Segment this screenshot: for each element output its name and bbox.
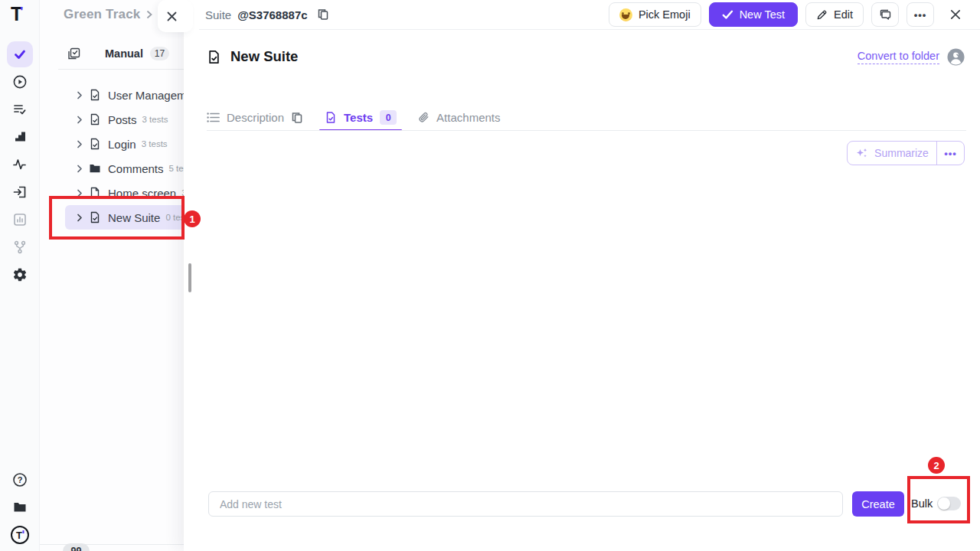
rail-branches-button[interactable] xyxy=(7,234,33,260)
close-panel-button[interactable] xyxy=(945,4,966,25)
pick-emoji-label: Pick Emoji xyxy=(639,8,691,21)
chevron-right-icon[interactable] xyxy=(76,140,83,148)
suite-detail-panel: Suite @S3768887c Pick Emoji New Test Edi… xyxy=(184,0,980,551)
suite-name: Login xyxy=(108,138,136,151)
tests-doc-icon xyxy=(325,111,337,124)
tab-attachments-label: Attachments xyxy=(436,111,500,124)
tab-attachments[interactable]: Attachments xyxy=(418,111,500,124)
bulk-toggle[interactable] xyxy=(937,497,961,510)
title-row: New Suite Convert to folder xyxy=(207,44,965,69)
comments-button[interactable] xyxy=(871,2,899,27)
folder-icon xyxy=(12,500,28,515)
tab-manual[interactable]: Manual xyxy=(105,47,143,60)
check-icon xyxy=(722,10,733,20)
list-check-icon xyxy=(12,102,28,117)
gear-icon xyxy=(12,267,28,282)
create-button[interactable]: Create xyxy=(852,491,904,517)
summarize-button[interactable]: Summarize xyxy=(848,142,936,165)
close-icon xyxy=(949,8,962,21)
comments-icon xyxy=(879,8,892,21)
tabs-divider xyxy=(207,130,966,131)
chevron-right-icon[interactable] xyxy=(76,116,83,124)
suite-name: Posts xyxy=(108,113,137,126)
sparkles-icon xyxy=(855,147,868,159)
close-panel-tab[interactable] xyxy=(158,0,193,32)
folder-icon xyxy=(89,162,101,174)
tab-tests[interactable]: Tests 0 xyxy=(325,110,397,125)
suite-doc-icon xyxy=(89,211,101,223)
rail-runs-button[interactable] xyxy=(7,69,33,95)
chevron-right-icon[interactable] xyxy=(76,165,83,173)
rail-tests-button[interactable] xyxy=(7,41,33,67)
edit-button[interactable]: Edit xyxy=(805,2,864,27)
rail-plans-button[interactable] xyxy=(7,96,33,122)
rail-help-button[interactable]: ? xyxy=(7,467,33,493)
convert-to-folder-link[interactable]: Convert to folder xyxy=(858,50,939,64)
rail-steps-button[interactable] xyxy=(7,124,33,150)
edit-label: Edit xyxy=(834,8,853,21)
tab-description-label: Description xyxy=(227,111,284,124)
pencil-icon xyxy=(816,9,828,21)
svg-text:?: ? xyxy=(18,475,23,484)
ellipsis-icon: ••• xyxy=(944,148,957,159)
chevron-right-icon[interactable] xyxy=(76,189,83,197)
rail-profile-button[interactable]: T xyxy=(7,522,33,548)
import-icon xyxy=(12,184,28,200)
breadcrumb[interactable]: Green Track xyxy=(64,5,153,24)
sidebar-bottom-divider xyxy=(40,544,184,545)
bar-chart-icon xyxy=(12,212,28,227)
summarize-more-button[interactable]: ••• xyxy=(936,142,964,165)
summarize-button-group: Summarize ••• xyxy=(847,141,965,165)
manual-count-badge: 17 xyxy=(150,47,169,60)
select-all-icon[interactable] xyxy=(67,47,80,60)
suite-id: @S3768887c xyxy=(237,8,307,21)
suite-doc-icon xyxy=(89,89,101,101)
more-button[interactable]: ••• xyxy=(906,2,934,27)
new-test-label: New Test xyxy=(740,8,785,21)
tab-tests-label: Tests xyxy=(344,111,373,124)
suite-doc-icon xyxy=(89,138,101,150)
add-test-input[interactable] xyxy=(208,491,843,517)
assignee-avatar[interactable] xyxy=(947,48,965,66)
toggle-knob xyxy=(938,497,950,510)
sidebar-bottom-badge: 99 xyxy=(63,543,90,551)
paperclip-icon xyxy=(418,111,430,124)
logo-circle-icon: T xyxy=(10,525,30,545)
description-list-icon xyxy=(207,112,220,123)
rail-analytics-button[interactable] xyxy=(7,207,33,233)
tab-description[interactable]: Description xyxy=(207,111,303,124)
suite-name: Comments xyxy=(108,162,164,175)
rail-pulse-button[interactable] xyxy=(7,152,33,178)
doc-icon xyxy=(89,187,101,199)
app-logo[interactable]: T' xyxy=(11,3,22,25)
page-title: New Suite xyxy=(230,48,298,65)
copy-id-icon[interactable] xyxy=(317,8,329,21)
bulk-label: Bulk xyxy=(911,497,933,510)
pick-emoji-button[interactable]: Pick Emoji xyxy=(609,2,701,27)
rail-projects-button[interactable] xyxy=(7,494,33,520)
play-circle-icon xyxy=(12,74,28,90)
icon-rail: T' xyxy=(0,0,40,551)
suite-doc-icon xyxy=(89,113,101,126)
chevron-right-icon xyxy=(146,10,153,19)
new-test-button[interactable]: New Test xyxy=(709,2,798,27)
rail-import-button[interactable] xyxy=(7,179,33,205)
suite-doc-icon xyxy=(207,50,221,64)
sidebar-scrollbar-thumb[interactable] xyxy=(188,263,191,292)
rail-settings-button[interactable] xyxy=(7,262,33,288)
chevron-right-icon[interactable] xyxy=(76,214,83,222)
tests-count-badge: 0 xyxy=(380,110,397,125)
suite-name: Home screen xyxy=(108,187,176,200)
branch-icon xyxy=(12,240,28,255)
copy-description-icon[interactable] xyxy=(291,112,303,124)
pulse-icon xyxy=(12,157,28,172)
chevron-right-icon[interactable] xyxy=(76,91,83,99)
stairs-icon xyxy=(12,129,28,145)
suite-count: 3 tests xyxy=(142,139,168,148)
summarize-label: Summarize xyxy=(874,147,929,159)
check-icon xyxy=(11,46,28,63)
header-divider xyxy=(199,29,980,30)
close-icon xyxy=(166,11,178,22)
svg-text:T: T xyxy=(16,530,22,541)
panel-header: Suite @S3768887c Pick Emoji New Test Edi… xyxy=(184,0,980,29)
